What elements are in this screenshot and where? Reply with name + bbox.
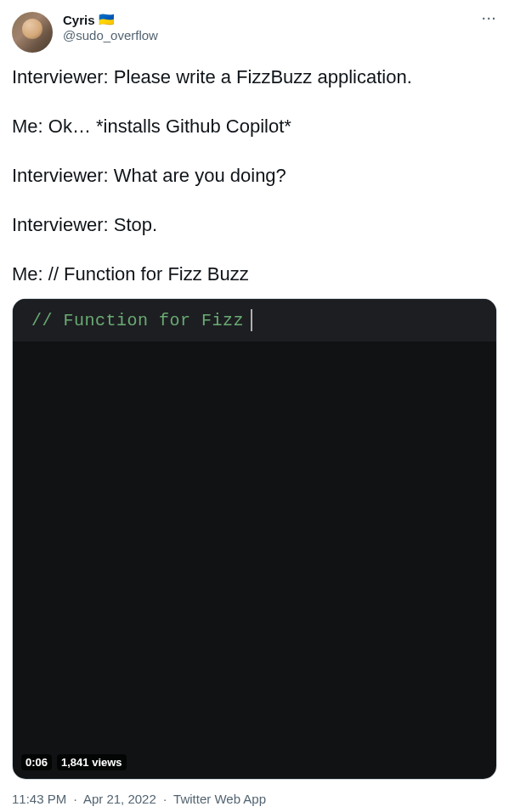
tweet-body: Interviewer: Please write a FizzBuzz app… [12, 65, 497, 286]
editor-code-line: // Function for Fizz [13, 299, 496, 341]
tweet-date[interactable]: Apr 21, 2022 [83, 792, 156, 806]
tweet-time[interactable]: 11:43 PM [12, 792, 66, 806]
video-meta-overlay: 0:06 1,841 views [21, 754, 127, 770]
separator: · [70, 792, 80, 806]
flag-emoji: 🇺🇦 [99, 12, 115, 27]
avatar[interactable] [12, 12, 53, 53]
author-handle[interactable]: @sudo_overflow [63, 28, 468, 42]
author-block: Cyris 🇺🇦 @sudo_overflow [63, 12, 468, 42]
separator: · [160, 792, 170, 806]
text-cursor-icon [251, 309, 252, 331]
display-name: Cyris [63, 13, 95, 27]
tweet-footer: 11:43 PM · Apr 21, 2022 · Twitter Web Ap… [12, 792, 497, 812]
more-icon[interactable]: ··· [468, 12, 497, 27]
code-editor-video: // Function for Fizz 0:06 1,841 views [13, 299, 496, 779]
author-name-line[interactable]: Cyris 🇺🇦 [63, 12, 468, 27]
tweet-container: Cyris 🇺🇦 @sudo_overflow ··· Interviewer:… [0, 0, 509, 812]
video-position: 0:06 [21, 754, 52, 770]
tweet-source: Twitter Web App [173, 792, 266, 806]
video-views: 1,841 views [57, 754, 127, 770]
code-comment: // Function for Fizz [31, 311, 244, 330]
media-container[interactable]: // Function for Fizz 0:06 1,841 views [12, 298, 497, 780]
tweet-header: Cyris 🇺🇦 @sudo_overflow ··· [12, 12, 497, 53]
